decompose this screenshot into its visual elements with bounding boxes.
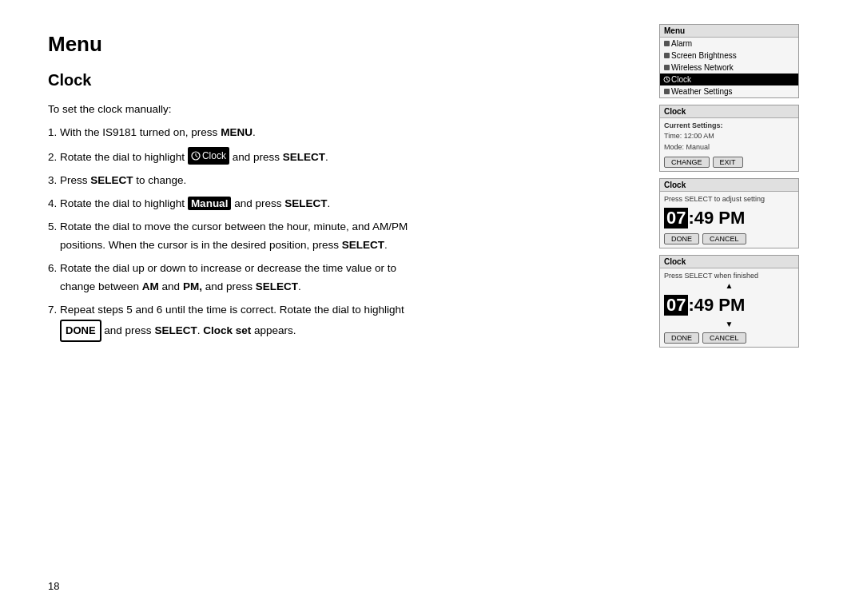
screen4-body: Press SELECT when finished ▲ 07 : 49 PM … bbox=[660, 268, 798, 347]
svg-rect-5 bbox=[664, 65, 670, 70]
clock-menu-icon bbox=[663, 76, 670, 83]
screen4-title: Clock bbox=[660, 256, 798, 268]
bold-select-5: SELECT bbox=[256, 280, 298, 292]
bold-select-6: SELECT bbox=[154, 324, 197, 336]
clock-min-3: 49 bbox=[694, 208, 714, 229]
svg-rect-4 bbox=[664, 53, 670, 58]
section-title: Clock bbox=[48, 71, 615, 89]
weather-icon bbox=[663, 88, 670, 95]
screen3-buttons: DONE CANCEL bbox=[664, 233, 794, 244]
arrow-up-icon: ▲ bbox=[664, 282, 794, 290]
cancel-button-4[interactable]: CANCEL bbox=[702, 332, 746, 344]
arrow-down-icon: ▼ bbox=[664, 320, 794, 328]
svg-rect-3 bbox=[664, 41, 670, 46]
press-select-label: Press SELECT to adjust setting bbox=[664, 195, 794, 203]
step-4: 4. Rotate the dial to highlight Manual a… bbox=[48, 195, 615, 213]
clock-ampm-3: PM bbox=[718, 208, 745, 229]
clock-time-display-4: 07 : 49 PM bbox=[664, 295, 794, 316]
page-number: 18 bbox=[48, 580, 59, 592]
page-title: Menu bbox=[48, 32, 615, 57]
menu-item-clock-selected: Clock bbox=[660, 74, 798, 85]
menu-brightness-label: Screen Brightness bbox=[671, 51, 737, 60]
svg-line-8 bbox=[667, 80, 669, 81]
exit-button[interactable]: EXIT bbox=[713, 157, 743, 168]
step-3: 3. Press SELECT to change. bbox=[48, 172, 615, 190]
menu-weather-label: Weather Settings bbox=[671, 87, 733, 96]
right-panel: Menu Alarm Screen Brightness bbox=[655, 16, 807, 616]
step-2: 2. Rotate the dial to highlight Clock an… bbox=[48, 147, 615, 167]
screen2-body: Current Settings: Time: 12:00 AM Mode: M… bbox=[660, 118, 798, 171]
screen3-body: Press SELECT to adjust setting 07 : 49 P… bbox=[660, 192, 798, 248]
clock-hour-4: 07 bbox=[664, 295, 688, 316]
clock-inline-icon: Clock bbox=[188, 147, 229, 165]
menu-item-weather: Weather Settings bbox=[660, 85, 798, 97]
cancel-button-3[interactable]: CANCEL bbox=[702, 233, 746, 244]
change-button[interactable]: CHANGE bbox=[664, 157, 710, 168]
bold-am: AM bbox=[142, 280, 159, 292]
clock-min-4: 49 bbox=[694, 295, 714, 316]
clock-sep-4: : bbox=[688, 295, 694, 316]
screen1-title: Menu bbox=[660, 25, 798, 38]
screen-clock-settings: Clock Current Settings: Time: 12:00 AM M… bbox=[659, 105, 799, 172]
clock-ampm-4: PM bbox=[718, 295, 745, 316]
time-label: Time: bbox=[664, 132, 682, 140]
screen-clock-adjust: Clock Press SELECT to adjust setting 07 … bbox=[659, 178, 799, 248]
bold-menu: MENU bbox=[221, 126, 253, 138]
time-value: 12:00 AM bbox=[684, 132, 714, 140]
screen-menu: Menu Alarm Screen Brightness bbox=[659, 24, 799, 98]
wireless-icon bbox=[663, 64, 670, 71]
mode-value: Manual bbox=[686, 143, 710, 151]
clock-time-display-3: 07 : 49 PM bbox=[664, 208, 794, 229]
clock-set-text: Clock set bbox=[203, 324, 251, 336]
menu-clock-label: Clock bbox=[671, 75, 691, 84]
done-button-3[interactable]: DONE bbox=[664, 233, 699, 244]
screen-clock-arrows: Clock Press SELECT when finished ▲ 07 : … bbox=[659, 255, 799, 348]
done-button-4[interactable]: DONE bbox=[664, 332, 699, 344]
menu-alarm-label: Alarm bbox=[671, 39, 692, 48]
clock-inline-label: Clock bbox=[202, 148, 226, 164]
menu-item-brightness: Screen Brightness bbox=[660, 50, 798, 62]
menu-wireless-label: Wireless Network bbox=[671, 63, 734, 72]
alarm-icon bbox=[663, 40, 670, 47]
time-row: Time: 12:00 AM bbox=[664, 131, 794, 142]
screen3-title: Clock bbox=[660, 179, 798, 192]
bold-select-2: SELECT bbox=[90, 174, 133, 186]
brightness-icon bbox=[663, 52, 670, 59]
svg-rect-9 bbox=[664, 89, 670, 94]
main-content: Menu Clock To set the clock manually: 1.… bbox=[0, 0, 655, 616]
screen4-buttons: DONE CANCEL bbox=[664, 332, 794, 344]
menu-item-wireless: Wireless Network bbox=[660, 62, 798, 74]
clock-svg-icon bbox=[191, 151, 201, 161]
mode-label: Mode: bbox=[664, 143, 684, 151]
clock-hour-3: 07 bbox=[664, 208, 688, 229]
mode-row: Mode: Manual bbox=[664, 142, 794, 153]
press-finished-label: Press SELECT when finished bbox=[664, 272, 794, 280]
bold-select-4: SELECT bbox=[342, 239, 384, 251]
bold-select-1: SELECT bbox=[283, 151, 325, 163]
instructions: To set the clock manually: 1. With the I… bbox=[48, 101, 615, 342]
menu-item-alarm: Alarm bbox=[660, 38, 798, 50]
step-6: 6. Rotate the dial up or down to increas… bbox=[48, 260, 615, 296]
manual-highlight: Manual bbox=[188, 197, 232, 210]
screen2-buttons: CHANGE EXIT bbox=[664, 157, 794, 168]
svg-line-2 bbox=[196, 156, 198, 157]
current-settings-label: Current Settings: bbox=[664, 121, 794, 129]
step-7: 7. Repeat steps 5 and 6 until the time i… bbox=[48, 301, 615, 342]
intro-text: To set the clock manually: bbox=[48, 101, 615, 119]
bold-select-3: SELECT bbox=[284, 197, 327, 209]
clock-sep-3: : bbox=[688, 208, 694, 229]
screen2-title: Clock bbox=[660, 105, 798, 118]
bold-pm: PM, bbox=[183, 280, 202, 292]
step-5: 5. Rotate the dial to move the cursor be… bbox=[48, 218, 615, 255]
done-highlight: DONE bbox=[60, 320, 101, 342]
step-1: 1. With the IS9181 turned on, press MENU… bbox=[48, 124, 615, 142]
